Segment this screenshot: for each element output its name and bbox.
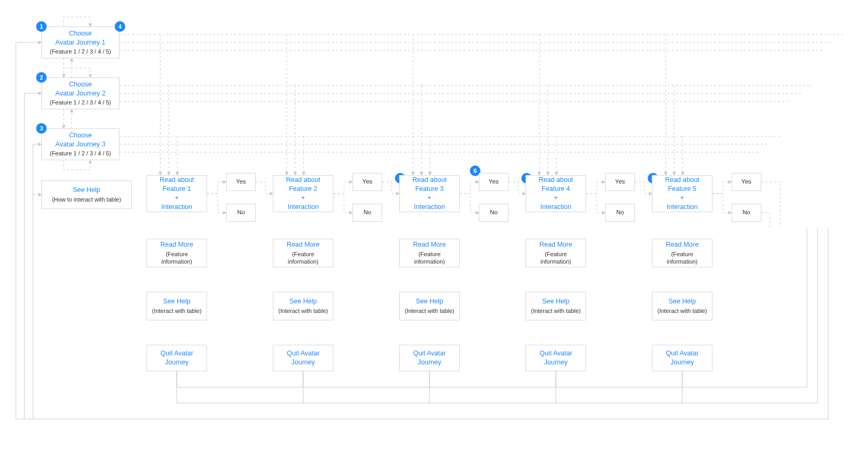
see-help-top-title: See Help <box>73 186 100 195</box>
journey-3-box: Choose Avatar Journey 3 (Feature 1 / 2 /… <box>41 128 119 160</box>
quit-2-box: Quit Avatar Journey <box>273 345 333 371</box>
see-help-1-sub: (Interact with table) <box>152 307 202 315</box>
feature-2-l1: Read about <box>286 176 321 185</box>
see-help-3-title: See Help <box>416 297 443 306</box>
see-help-4-box: See Help (Interact with table) <box>526 292 586 320</box>
read-more-4-title: Read More <box>539 240 572 249</box>
read-more-5-title: Read More <box>666 240 699 249</box>
no-4-box: No <box>605 204 635 222</box>
read-more-5-box: Read More (Feature information) <box>652 239 712 267</box>
feature-3-l1: Read about <box>412 176 447 185</box>
see-help-3-box: See Help (Interact with table) <box>399 292 460 320</box>
quit-3-l1: Quit Avatar <box>413 349 446 358</box>
read-more-3-box: Read More (Feature information) <box>399 239 460 267</box>
see-help-1-box: See Help (Interact with table) <box>147 292 207 320</box>
read-more-2-sub: (Feature information) <box>278 250 329 266</box>
journey-2-title-l1: Choose <box>69 80 92 89</box>
quit-5-l2: Journey <box>671 358 694 367</box>
quit-1-l1: Quit Avatar <box>160 349 193 358</box>
read-more-1-box: Read More (Feature information) <box>147 239 207 267</box>
quit-4-l2: Journey <box>544 358 568 367</box>
see-help-5-title: See Help <box>668 297 695 306</box>
read-more-2-box: Read More (Feature information) <box>273 239 333 267</box>
yes-1-box: Yes <box>226 173 256 191</box>
connector-layer <box>0 0 868 462</box>
yes-2-box: Yes <box>353 173 382 191</box>
read-more-2-title: Read More <box>287 240 320 249</box>
feature-5-box: Read about Feature 5 + Interaction <box>652 175 712 212</box>
quit-5-box: Quit Avatar Journey <box>652 345 712 371</box>
feature-4-l4: Interaction <box>540 203 571 212</box>
journey-2-title-l2: Avatar Journey 2 <box>55 89 105 98</box>
feature-4-l3: + <box>554 194 557 203</box>
journey-1-title-l1: Choose <box>69 29 92 38</box>
badge-4: 4 <box>115 21 125 32</box>
journey-2-sub: (Feature 1 / 2 / 3 / 4 / 5) <box>50 99 111 107</box>
see-help-2-title: See Help <box>289 297 316 306</box>
journey-3-title-l1: Choose <box>69 131 92 140</box>
feature-1-l2: Feature 1 <box>162 185 191 194</box>
journey-3-sub: (Feature 1 / 2 / 3 / 4 / 5) <box>50 150 111 158</box>
feature-1-box: Read about Feature 1 + Interaction <box>147 175 207 212</box>
read-more-5-sub: (Feature information) <box>657 250 708 266</box>
yes-4-box: Yes <box>605 173 635 191</box>
feature-3-l3: + <box>427 194 431 203</box>
feature-2-l3: + <box>301 194 305 203</box>
feature-5-l1: Read about <box>665 176 700 185</box>
journey-1-box: Choose Avatar Journey 1 (Feature 1 / 2 /… <box>41 27 119 58</box>
no-1-box: No <box>226 204 256 222</box>
yes-3-box: Yes <box>479 173 509 191</box>
feature-3-l2: Feature 3 <box>415 185 444 194</box>
read-more-1-title: Read More <box>160 240 193 249</box>
feature-1-l4: Interaction <box>161 203 192 212</box>
read-more-3-title: Read More <box>413 240 446 249</box>
see-help-2-sub: (Interact with table) <box>278 307 328 315</box>
see-help-5-sub: (Interact with table) <box>657 307 707 315</box>
quit-2-l1: Quit Avatar <box>287 349 320 358</box>
see-help-4-sub: (Interact with table) <box>531 307 581 315</box>
feature-3-box: Read about Feature 3 + Interaction <box>399 175 460 212</box>
badge-2: 2 <box>36 72 47 83</box>
feature-5-l4: Interaction <box>667 203 698 212</box>
quit-1-box: Quit Avatar Journey <box>147 345 207 371</box>
no-3-box: No <box>479 204 509 222</box>
quit-3-box: Quit Avatar Journey <box>399 345 460 371</box>
feature-2-l4: Interaction <box>288 203 319 212</box>
read-more-1-sub: (Feature information) <box>151 250 202 266</box>
feature-1-l1: Read about <box>160 176 194 185</box>
see-help-3-sub: (Interact with table) <box>405 307 454 315</box>
feature-2-box: Read about Feature 2 + Interaction <box>273 175 333 212</box>
badge-3: 3 <box>36 123 47 134</box>
read-more-4-sub: (Feature information) <box>530 250 581 266</box>
see-help-top-box: See Help (How to interact with table) <box>41 180 132 209</box>
quit-1-l2: Journey <box>165 358 188 367</box>
journey-2-box: Choose Avatar Journey 2 (Feature 1 / 2 /… <box>41 77 119 109</box>
quit-4-box: Quit Avatar Journey <box>526 345 586 371</box>
badge-1: 1 <box>36 21 47 32</box>
journey-1-sub: (Feature 1 / 2 / 3 / 4 / 5) <box>50 48 111 56</box>
see-help-top-sub: (How to interact with table) <box>52 196 121 204</box>
journey-1-title-l2: Avatar Journey 1 <box>55 38 105 47</box>
read-more-3-sub: (Feature information) <box>404 250 455 266</box>
feature-4-box: Read about Feature 4 + Interaction <box>526 175 586 212</box>
quit-2-l2: Journey <box>291 358 315 367</box>
quit-3-l2: Journey <box>418 358 441 367</box>
feature-4-l1: Read about <box>539 176 573 185</box>
feature-2-l2: Feature 2 <box>289 185 317 194</box>
read-more-4-box: Read More (Feature information) <box>526 239 586 267</box>
feature-4-l2: Feature 4 <box>542 185 570 194</box>
yes-5-box: Yes <box>732 173 761 191</box>
see-help-4-title: See Help <box>542 297 569 306</box>
journey-3-title-l2: Avatar Journey 3 <box>55 140 105 149</box>
feature-5-l3: + <box>680 194 684 203</box>
feature-1-l3: + <box>175 194 178 203</box>
quit-4-l1: Quit Avatar <box>539 349 572 358</box>
feature-3-l4: Interaction <box>414 203 445 212</box>
no-5-box: No <box>732 204 761 222</box>
see-help-1-title: See Help <box>163 297 190 306</box>
see-help-2-box: See Help (Interact with table) <box>273 292 333 320</box>
see-help-5-box: See Help (Interact with table) <box>652 292 712 320</box>
no-2-box: No <box>353 204 382 222</box>
feature-5-l2: Feature 5 <box>668 185 697 194</box>
quit-5-l1: Quit Avatar <box>666 349 699 358</box>
